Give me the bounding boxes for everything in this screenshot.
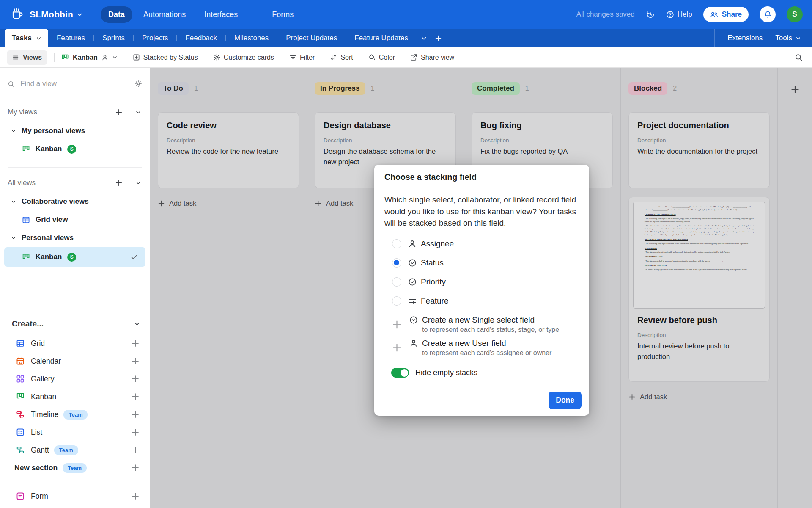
notifications-button[interactable] [760,6,776,22]
plus-icon[interactable] [131,428,140,436]
column-header: To Do 1 [158,82,299,95]
plus-icon[interactable] [131,410,140,419]
history-icon[interactable] [646,10,655,19]
tools-button[interactable]: Tools [775,34,801,42]
add-task-button[interactable]: Add task [158,199,196,207]
tab-sprints[interactable]: Sprints [94,29,133,47]
my-personal-views-group[interactable]: My personal views [0,127,150,135]
add-view-icon[interactable] [115,108,123,116]
create-kanban-row[interactable]: Kanban [0,388,150,406]
nav-forms[interactable]: Forms [264,6,301,23]
plus-icon[interactable] [131,339,140,348]
option-feature[interactable]: Feature [384,291,579,310]
option-status[interactable]: Status [384,253,579,272]
status-chip-todo[interactable]: To Do [158,82,189,95]
tabs-overflow-chevron-icon[interactable] [421,35,427,41]
create-new-section-row[interactable]: New section Team [0,459,150,477]
option-assignee[interactable]: Assignee [384,234,579,253]
sidebar-view-kanban-selected[interactable]: Kanban S [4,247,145,267]
task-card-review-before-push[interactable]: with an address of ________________, (he… [628,197,770,382]
plus-icon[interactable] [131,464,140,472]
avatar[interactable]: S [787,6,803,22]
filter-button[interactable]: Filter [289,54,315,61]
find-view-input[interactable] [20,80,129,88]
search-button[interactable] [795,53,803,61]
collaborative-views-group[interactable]: Collaborative views [0,197,150,206]
top-nav: Data Automations Interfaces Forms [101,6,301,23]
status-chip-completed[interactable]: Completed [472,82,520,95]
attachment-document-preview: with an address of ________________, (he… [633,202,765,309]
personal-views-group[interactable]: Personal views [0,234,150,242]
plus-icon[interactable] [131,392,140,401]
plus-icon[interactable] [131,375,140,383]
collapse-chevron-icon[interactable] [135,180,141,186]
sidebar-view-kanban-personal[interactable]: Kanban S [0,140,150,158]
plus-icon[interactable] [131,492,140,500]
plus-icon [392,320,402,329]
hide-empty-stacks-toggle[interactable] [391,368,409,378]
plus-icon[interactable] [131,357,140,365]
create-timeline-row[interactable]: Timeline Team [0,406,150,423]
option-priority[interactable]: Priority [384,272,579,291]
nav-automations[interactable]: Automations [136,6,193,23]
gallery-icon [16,375,25,383]
sliders-icon [408,297,417,305]
views-button[interactable]: Views [7,50,47,65]
create-form-row[interactable]: Form [0,487,150,505]
add-table-icon[interactable] [435,35,442,42]
tab-project-updates[interactable]: Project Updates [277,29,346,47]
workspace-chevron-icon[interactable] [77,11,83,18]
task-card-code-review[interactable]: Code review Description Review the code … [158,112,299,188]
tab-feature-updates[interactable]: Feature Updates [346,29,417,47]
create-gantt-row[interactable]: Gantt Team [0,441,150,459]
add-task-button[interactable]: Add task [628,393,667,401]
create-user-field-option[interactable]: Create a new User field to represent eac… [384,339,579,357]
share-view-button[interactable]: Share view [410,54,454,61]
color-button[interactable]: Color [368,54,395,61]
extensions-button[interactable]: Extensions [727,34,763,42]
sidebar-view-grid[interactable]: Grid view [0,211,150,229]
add-column-area [778,68,812,508]
personal-badge: S [67,253,76,262]
radio-unselected[interactable] [392,296,401,306]
plus-icon[interactable] [131,446,140,454]
create-single-select-option[interactable]: Create a new Single select field to repr… [384,315,579,334]
nav-interfaces[interactable]: Interfaces [197,6,245,23]
create-list-row[interactable]: List [0,423,150,441]
tab-tasks[interactable]: Tasks [5,29,48,47]
help-button[interactable]: Help [666,10,692,19]
create-gallery-row[interactable]: Gallery [0,370,150,388]
status-chip-in-progress[interactable]: In Progress [315,82,365,95]
current-view[interactable]: Kanban [61,54,118,61]
single-select-icon [408,278,417,286]
tab-features[interactable]: Features [48,29,93,47]
create-grid-row[interactable]: Grid [0,334,150,352]
stacked-by-button[interactable]: Stacked by Status [133,54,198,61]
share-button[interactable]: Share [703,7,749,22]
status-chip-blocked[interactable]: Blocked [628,82,667,95]
create-section-header[interactable]: Create... [12,319,140,329]
nav-data[interactable]: Data [101,6,132,23]
view-settings-gear-icon[interactable] [134,80,142,88]
add-stack-button[interactable] [790,85,800,96]
tab-projects[interactable]: Projects [134,29,176,47]
add-view-icon[interactable] [115,179,123,187]
workspace-name[interactable]: SLMobbin [30,9,73,19]
sort-button[interactable]: Sort [330,54,353,61]
tab-milestones[interactable]: Milestones [226,29,277,47]
radio-selected[interactable] [392,258,401,268]
chevron-down-icon [796,36,801,41]
create-calendar-row[interactable]: Calendar [0,352,150,370]
customize-cards-button[interactable]: Customize cards [213,54,274,61]
add-task-button[interactable]: Add task [315,199,353,207]
task-card-project-documentation[interactable]: Project documentation Description Write … [628,112,770,188]
tab-feedback[interactable]: Feedback [177,29,225,47]
cards-list: Project documentation Description Write … [628,112,770,401]
done-button[interactable]: Done [549,392,582,409]
table-tab-strip: Tasks Features Sprints Projects Feedback… [0,29,812,47]
radio-unselected[interactable] [392,277,401,287]
radio-unselected[interactable] [392,239,401,248]
plus-icon [158,200,165,207]
collapse-chevron-icon[interactable] [135,109,141,115]
form-icon [16,492,25,500]
